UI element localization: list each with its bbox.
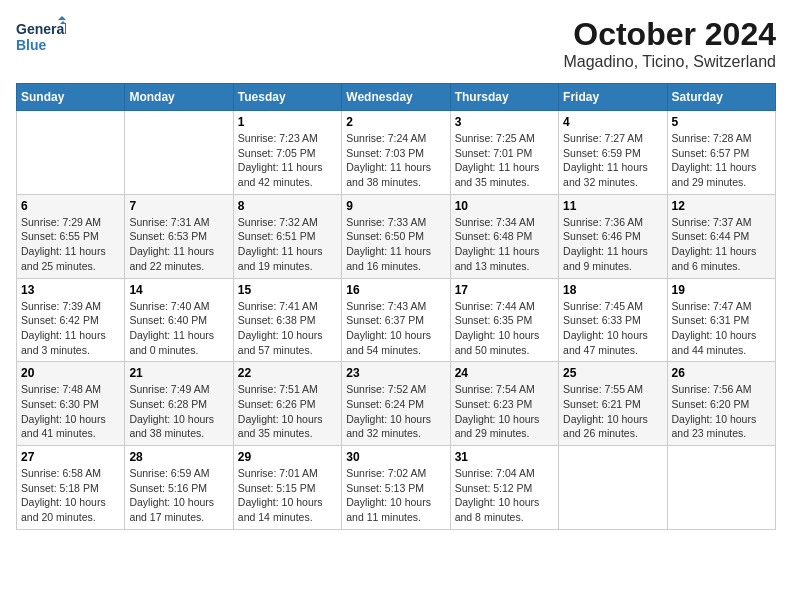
week-row-2: 6Sunrise: 7:29 AM Sunset: 6:55 PM Daylig… (17, 194, 776, 278)
calendar-cell: 23Sunrise: 7:52 AM Sunset: 6:24 PM Dayli… (342, 362, 450, 446)
column-header-tuesday: Tuesday (233, 84, 341, 111)
calendar-cell: 1Sunrise: 7:23 AM Sunset: 7:05 PM Daylig… (233, 111, 341, 195)
calendar-cell: 18Sunrise: 7:45 AM Sunset: 6:33 PM Dayli… (559, 278, 667, 362)
day-number: 6 (21, 199, 120, 213)
day-info: Sunrise: 7:41 AM Sunset: 6:38 PM Dayligh… (238, 299, 337, 358)
day-number: 21 (129, 366, 228, 380)
day-info: Sunrise: 7:31 AM Sunset: 6:53 PM Dayligh… (129, 215, 228, 274)
day-info: Sunrise: 7:29 AM Sunset: 6:55 PM Dayligh… (21, 215, 120, 274)
day-number: 19 (672, 283, 771, 297)
day-info: Sunrise: 7:55 AM Sunset: 6:21 PM Dayligh… (563, 382, 662, 441)
day-number: 2 (346, 115, 445, 129)
calendar-header-row: SundayMondayTuesdayWednesdayThursdayFrid… (17, 84, 776, 111)
day-info: Sunrise: 7:43 AM Sunset: 6:37 PM Dayligh… (346, 299, 445, 358)
day-number: 7 (129, 199, 228, 213)
day-info: Sunrise: 7:25 AM Sunset: 7:01 PM Dayligh… (455, 131, 554, 190)
day-info: Sunrise: 7:32 AM Sunset: 6:51 PM Dayligh… (238, 215, 337, 274)
calendar-cell: 27Sunrise: 6:58 AM Sunset: 5:18 PM Dayli… (17, 446, 125, 530)
day-info: Sunrise: 7:49 AM Sunset: 6:28 PM Dayligh… (129, 382, 228, 441)
calendar-cell: 16Sunrise: 7:43 AM Sunset: 6:37 PM Dayli… (342, 278, 450, 362)
day-info: Sunrise: 7:48 AM Sunset: 6:30 PM Dayligh… (21, 382, 120, 441)
calendar-cell: 26Sunrise: 7:56 AM Sunset: 6:20 PM Dayli… (667, 362, 775, 446)
day-number: 9 (346, 199, 445, 213)
calendar-cell: 25Sunrise: 7:55 AM Sunset: 6:21 PM Dayli… (559, 362, 667, 446)
day-number: 31 (455, 450, 554, 464)
week-row-1: 1Sunrise: 7:23 AM Sunset: 7:05 PM Daylig… (17, 111, 776, 195)
week-row-3: 13Sunrise: 7:39 AM Sunset: 6:42 PM Dayli… (17, 278, 776, 362)
day-info: Sunrise: 7:51 AM Sunset: 6:26 PM Dayligh… (238, 382, 337, 441)
logo: General Blue (16, 16, 66, 60)
column-header-monday: Monday (125, 84, 233, 111)
location-title: Magadino, Ticino, Switzerland (563, 53, 776, 71)
calendar-cell: 12Sunrise: 7:37 AM Sunset: 6:44 PM Dayli… (667, 194, 775, 278)
calendar-cell: 22Sunrise: 7:51 AM Sunset: 6:26 PM Dayli… (233, 362, 341, 446)
day-info: Sunrise: 7:34 AM Sunset: 6:48 PM Dayligh… (455, 215, 554, 274)
calendar-cell: 2Sunrise: 7:24 AM Sunset: 7:03 PM Daylig… (342, 111, 450, 195)
calendar-table: SundayMondayTuesdayWednesdayThursdayFrid… (16, 83, 776, 530)
column-header-saturday: Saturday (667, 84, 775, 111)
calendar-cell: 4Sunrise: 7:27 AM Sunset: 6:59 PM Daylig… (559, 111, 667, 195)
svg-text:Blue: Blue (16, 37, 47, 53)
calendar-cell: 29Sunrise: 7:01 AM Sunset: 5:15 PM Dayli… (233, 446, 341, 530)
day-info: Sunrise: 7:33 AM Sunset: 6:50 PM Dayligh… (346, 215, 445, 274)
day-number: 15 (238, 283, 337, 297)
day-number: 16 (346, 283, 445, 297)
calendar-cell: 19Sunrise: 7:47 AM Sunset: 6:31 PM Dayli… (667, 278, 775, 362)
svg-marker-2 (58, 16, 66, 20)
day-number: 10 (455, 199, 554, 213)
calendar-cell (125, 111, 233, 195)
calendar-cell: 13Sunrise: 7:39 AM Sunset: 6:42 PM Dayli… (17, 278, 125, 362)
logo-svg: General Blue (16, 16, 66, 60)
day-number: 18 (563, 283, 662, 297)
day-info: Sunrise: 7:47 AM Sunset: 6:31 PM Dayligh… (672, 299, 771, 358)
page-header: General Blue October 2024 Magadino, Tici… (16, 16, 776, 71)
calendar-cell: 11Sunrise: 7:36 AM Sunset: 6:46 PM Dayli… (559, 194, 667, 278)
calendar-cell (667, 446, 775, 530)
day-info: Sunrise: 7:39 AM Sunset: 6:42 PM Dayligh… (21, 299, 120, 358)
day-number: 23 (346, 366, 445, 380)
day-info: Sunrise: 7:52 AM Sunset: 6:24 PM Dayligh… (346, 382, 445, 441)
calendar-cell: 20Sunrise: 7:48 AM Sunset: 6:30 PM Dayli… (17, 362, 125, 446)
calendar-cell: 17Sunrise: 7:44 AM Sunset: 6:35 PM Dayli… (450, 278, 558, 362)
week-row-5: 27Sunrise: 6:58 AM Sunset: 5:18 PM Dayli… (17, 446, 776, 530)
day-info: Sunrise: 7:28 AM Sunset: 6:57 PM Dayligh… (672, 131, 771, 190)
day-info: Sunrise: 7:40 AM Sunset: 6:40 PM Dayligh… (129, 299, 228, 358)
calendar-cell: 10Sunrise: 7:34 AM Sunset: 6:48 PM Dayli… (450, 194, 558, 278)
calendar-cell: 30Sunrise: 7:02 AM Sunset: 5:13 PM Dayli… (342, 446, 450, 530)
day-number: 27 (21, 450, 120, 464)
calendar-cell: 31Sunrise: 7:04 AM Sunset: 5:12 PM Dayli… (450, 446, 558, 530)
day-info: Sunrise: 7:44 AM Sunset: 6:35 PM Dayligh… (455, 299, 554, 358)
calendar-cell: 5Sunrise: 7:28 AM Sunset: 6:57 PM Daylig… (667, 111, 775, 195)
day-info: Sunrise: 7:37 AM Sunset: 6:44 PM Dayligh… (672, 215, 771, 274)
calendar-cell: 21Sunrise: 7:49 AM Sunset: 6:28 PM Dayli… (125, 362, 233, 446)
day-info: Sunrise: 7:02 AM Sunset: 5:13 PM Dayligh… (346, 466, 445, 525)
day-info: Sunrise: 7:27 AM Sunset: 6:59 PM Dayligh… (563, 131, 662, 190)
day-info: Sunrise: 7:36 AM Sunset: 6:46 PM Dayligh… (563, 215, 662, 274)
day-number: 8 (238, 199, 337, 213)
column-header-thursday: Thursday (450, 84, 558, 111)
day-number: 28 (129, 450, 228, 464)
month-title: October 2024 (563, 16, 776, 53)
day-info: Sunrise: 7:04 AM Sunset: 5:12 PM Dayligh… (455, 466, 554, 525)
column-header-friday: Friday (559, 84, 667, 111)
day-number: 25 (563, 366, 662, 380)
day-number: 17 (455, 283, 554, 297)
day-info: Sunrise: 7:45 AM Sunset: 6:33 PM Dayligh… (563, 299, 662, 358)
day-info: Sunrise: 6:59 AM Sunset: 5:16 PM Dayligh… (129, 466, 228, 525)
calendar-cell: 28Sunrise: 6:59 AM Sunset: 5:16 PM Dayli… (125, 446, 233, 530)
day-number: 20 (21, 366, 120, 380)
title-block: October 2024 Magadino, Ticino, Switzerla… (563, 16, 776, 71)
day-number: 4 (563, 115, 662, 129)
svg-text:General: General (16, 21, 66, 37)
calendar-cell: 9Sunrise: 7:33 AM Sunset: 6:50 PM Daylig… (342, 194, 450, 278)
column-header-sunday: Sunday (17, 84, 125, 111)
day-info: Sunrise: 7:54 AM Sunset: 6:23 PM Dayligh… (455, 382, 554, 441)
day-number: 30 (346, 450, 445, 464)
day-number: 14 (129, 283, 228, 297)
day-number: 12 (672, 199, 771, 213)
day-number: 22 (238, 366, 337, 380)
day-number: 11 (563, 199, 662, 213)
calendar-cell: 14Sunrise: 7:40 AM Sunset: 6:40 PM Dayli… (125, 278, 233, 362)
day-number: 29 (238, 450, 337, 464)
day-number: 13 (21, 283, 120, 297)
